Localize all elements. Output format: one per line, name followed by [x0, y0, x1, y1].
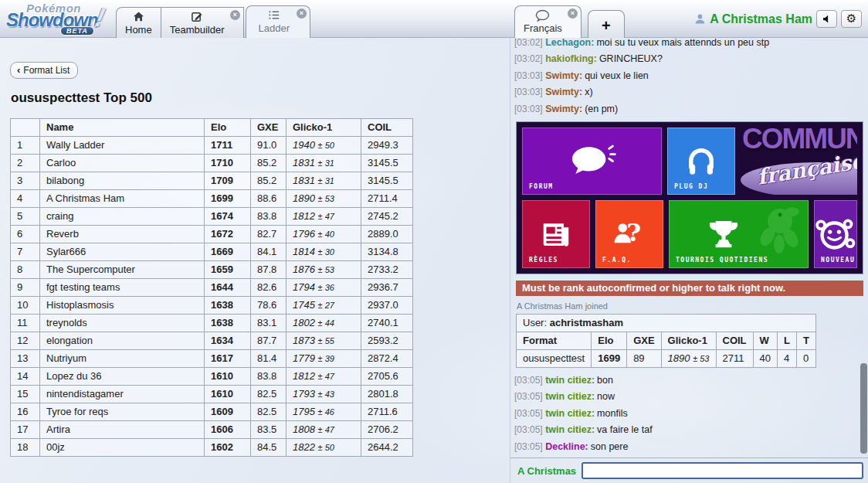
timestamp: [03:05] — [514, 375, 543, 386]
name-cell: nintendistagamer — [40, 386, 205, 403]
elo-cell: 1659 — [205, 261, 251, 279]
col-rank — [11, 119, 40, 137]
tab-room-francais[interactable]: Français × — [514, 5, 581, 38]
user-stats-card: User: achristmasham Format Elo GXE Glick… — [516, 314, 816, 368]
faq-tile[interactable]: ? F.A.Q. — [595, 200, 663, 268]
chat-username[interactable]: twin citiez — [545, 424, 595, 435]
gxe-cell: 82.5 — [251, 403, 287, 421]
chat-message-input[interactable] — [581, 462, 863, 479]
ladder-title: oususpecttest Top 500 — [11, 90, 510, 106]
format-list-button[interactable]: ‹ Format List — [10, 62, 78, 79]
rank-cell: 17 — [11, 421, 40, 439]
home-icon — [125, 11, 152, 24]
glicko-cell: 1812 ± 47 — [287, 208, 361, 226]
plugdj-tile[interactable]: PLUG DJ — [667, 128, 735, 195]
person-question-icon: ? — [610, 215, 649, 253]
close-icon[interactable]: × — [297, 9, 307, 19]
chat-text: GRINCHEUX? — [599, 53, 663, 64]
tab-teambuilder[interactable]: Teambuilder × — [161, 7, 244, 38]
glicko-cell: 1831 ± 31 — [287, 155, 361, 172]
gxe-cell: 88.6 — [251, 190, 287, 208]
chat-username[interactable]: Swimty — [545, 87, 582, 97]
chat-username[interactable]: hakiofking — [545, 53, 597, 64]
rank-cell: 10 — [11, 297, 40, 315]
chat-panel: [03:02] Lechagonmoi su tu veux mais atte… — [510, 38, 868, 483]
chat-message: [03:05] twin citiezbon — [514, 372, 865, 389]
nouveau-tile[interactable]: NOUVEAU ? — [814, 200, 857, 268]
name-cell: fgt testing teams — [40, 279, 205, 297]
chat-input-username-label: A Christmas — [517, 465, 576, 477]
room-tab-bar: Français × + — [514, 5, 625, 38]
tab-ladder[interactable]: Ladder × — [246, 5, 310, 38]
glicko-cell: 1814 ± 30 — [287, 243, 361, 261]
gxe-cell: 85.2 — [251, 155, 287, 172]
speech-bubble-icon — [568, 139, 617, 184]
glicko-cell: 1745 ± 27 — [287, 297, 361, 315]
ladder-row: 15nintendistagamer161082.51793 ± 432801.… — [11, 386, 413, 403]
sound-button[interactable] — [816, 10, 837, 28]
coil-cell: 2711.6 — [361, 403, 413, 421]
name-cell: elongation — [40, 332, 205, 350]
current-user-name[interactable]: A Christmas Ham — [710, 12, 812, 26]
glicko-cell: 1940 ± 50 — [287, 137, 361, 155]
glicko-cell: 1812 ± 47 — [287, 368, 361, 386]
ladder-row: 4A Christmas Ham169988.61890 ± 532711.4 — [11, 190, 413, 208]
name-cell: Tyroe for reqs — [40, 403, 205, 421]
ladder-table: Name Elo GXE Glicko-1 COIL 1Wally Ladder… — [10, 118, 413, 457]
name-cell: craing — [40, 208, 205, 226]
glicko-cell: 1802 ± 44 — [287, 315, 361, 332]
tab-teambuilder-label: Teambuilder — [170, 24, 225, 36]
elo-cell: 1609 — [205, 403, 251, 421]
gxe-cell: 78.6 — [251, 297, 287, 315]
col-coil: COIL — [361, 119, 413, 137]
ladder-row: 1800jz160284.51822 ± 502644.2 — [11, 439, 413, 457]
glicko-cell: 1831 ± 31 — [287, 172, 361, 190]
name-cell: A Christmas Ham — [40, 190, 205, 208]
close-icon[interactable]: × — [568, 9, 578, 19]
chat-username[interactable]: twin citiez — [545, 391, 595, 402]
tab-home[interactable]: Home — [116, 7, 161, 38]
ladder-row: 11treynolds163883.11802 ± 442740.1 — [11, 315, 413, 332]
joined-message: A Christmas Ham joined — [517, 301, 865, 311]
chat-username[interactable]: twin citiez — [545, 375, 595, 386]
gxe-cell: 81.4 — [251, 350, 287, 368]
chat-username[interactable]: Swimty — [545, 70, 582, 81]
chat-message: [03:03] Swimtyx) — [514, 84, 865, 100]
uc-losses: 4 — [778, 350, 797, 368]
gxe-cell: 87.7 — [251, 332, 287, 350]
chat-text: moi su tu veux mais attennds un peu stp — [596, 38, 769, 48]
pencil-square-icon — [170, 11, 225, 24]
rank-cell: 11 — [11, 315, 40, 332]
user-card-header-row: Format Elo GXE Glicko-1 COIL W L T — [517, 332, 816, 350]
glicko-cell: 1795 ± 46 — [287, 403, 361, 421]
name-cell: The Supercomputer — [40, 261, 205, 279]
chat-username[interactable]: Lechagon — [545, 38, 594, 48]
rank-cell: 9 — [11, 279, 40, 297]
close-icon[interactable]: × — [230, 10, 240, 20]
trophy-icon — [703, 214, 744, 254]
name-cell: 00jz — [40, 439, 205, 457]
tournois-tile[interactable]: TOURNOIS QUOTIDIENS — [669, 200, 809, 268]
elo-cell: 1674 — [205, 208, 251, 226]
chat-message: [03:03] Swimtyqui veux le lien — [514, 68, 865, 84]
chat-username[interactable]: twin citiez — [545, 408, 595, 419]
logo-exclamation: ! — [93, 2, 108, 32]
regles-tile-label: RÈGLES — [529, 257, 558, 264]
chat-username[interactable]: Deckline — [545, 441, 588, 452]
user-card-data-row: oususpecttest 1699 89 1890 ± 53 2711 40 … — [517, 350, 816, 368]
chat-scrollbar-thumb[interactable] — [860, 363, 867, 454]
ladder-row: 7Sylar666166984.11814 ± 303134.8 — [11, 243, 413, 261]
headphones-icon — [683, 143, 720, 180]
name-cell: bilabong — [40, 172, 205, 190]
coil-cell: 3145.5 — [361, 172, 413, 190]
chat-username[interactable]: Swimty — [545, 104, 582, 114]
gxe-cell: 83.8 — [251, 368, 287, 386]
elo-cell: 1606 — [205, 421, 251, 439]
rank-cell: 12 — [11, 332, 40, 350]
regles-tile[interactable]: RÈGLES — [522, 200, 590, 268]
settings-button[interactable]: ⚙ — [841, 10, 862, 28]
forum-tile[interactable]: FORUM — [522, 128, 662, 195]
add-room-button[interactable]: + — [588, 10, 625, 38]
elo-cell: 1610 — [205, 368, 251, 386]
community-title-tile[interactable]: COMMUNAUTÉ GIVRIX française — [741, 128, 857, 195]
